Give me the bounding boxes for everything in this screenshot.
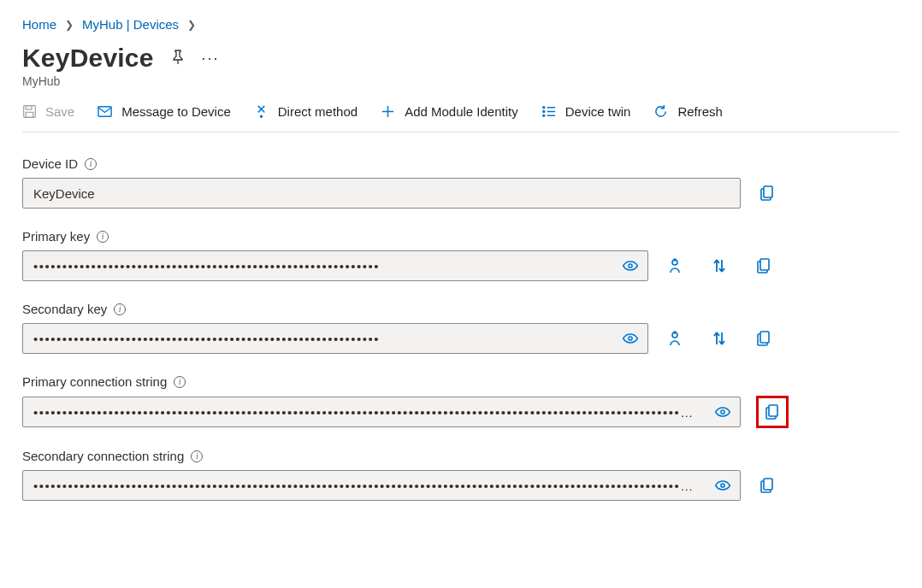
secondary-conn-label: Secondary connection string [22,449,184,463]
svg-point-19 [629,337,632,340]
refresh-label: Refresh [677,104,723,119]
info-icon[interactable]: i [114,303,126,315]
secondary-conn-input-wrap [22,470,741,501]
svg-rect-18 [760,259,769,270]
reveal-icon[interactable] [706,403,740,420]
twin-label: Device twin [565,104,631,119]
copy-icon[interactable] [753,255,775,277]
svg-point-8 [543,107,545,109]
device-id-label: Device ID [22,156,78,171]
svg-point-17 [674,259,676,261]
info-icon[interactable]: i [97,231,109,243]
device-id-field: Device ID i [22,156,900,209]
secondary-conn-input[interactable] [23,471,706,500]
regenerate-icon[interactable] [664,255,686,277]
reveal-icon[interactable] [706,477,740,494]
svg-rect-4 [98,107,111,116]
svg-point-15 [629,264,632,268]
chevron-right-icon: ❯ [65,19,74,31]
reveal-icon[interactable] [613,257,647,274]
svg-rect-24 [769,405,777,416]
reveal-icon[interactable] [613,330,647,347]
primary-key-input[interactable] [23,251,613,280]
svg-point-23 [721,410,724,414]
message-to-device-button[interactable]: Message to Device [97,103,231,120]
toolbar: Save Message to Device Direct method Add… [22,103,900,132]
info-icon[interactable]: i [191,450,203,462]
info-icon[interactable]: i [174,376,186,388]
primary-conn-label: Primary connection string [22,374,167,389]
refresh-button[interactable]: Refresh [653,103,723,120]
svg-point-25 [721,484,724,487]
page-title: KeyDevice [22,44,154,73]
direct-method-button[interactable]: Direct method [253,103,358,120]
secondary-key-field: Secondary key i [22,302,900,354]
svg-rect-22 [760,332,769,343]
device-twin-button[interactable]: Device twin [541,103,631,120]
direct-label: Direct method [278,104,358,119]
device-id-input-wrap [22,178,741,209]
highlighted-copy-target [756,396,789,428]
svg-rect-26 [764,479,772,490]
save-label: Save [45,104,74,119]
primary-key-input-wrap [22,250,648,281]
addmodule-label: Add Module Identity [405,104,518,119]
regenerate-icon[interactable] [664,327,686,350]
add-module-identity-button[interactable]: Add Module Identity [380,103,518,120]
breadcrumb-home[interactable]: Home [22,17,56,32]
primary-key-label: Primary key [22,229,90,244]
secondary-connection-string-field: Secondary connection string i [22,449,900,501]
svg-rect-2 [26,106,32,109]
secondary-key-input[interactable] [23,324,613,353]
breadcrumb-hub-devices[interactable]: MyHub | Devices [82,17,179,32]
copy-icon[interactable] [753,327,775,350]
primary-connection-string-field: Primary connection string i [22,374,900,428]
svg-rect-14 [764,186,772,197]
svg-point-12 [543,115,545,116]
secondary-key-label: Secondary key [22,302,107,316]
secondary-key-input-wrap [22,323,648,354]
page-subtitle: MyHub [22,74,900,88]
primary-conn-input-wrap [22,397,741,427]
copy-icon[interactable] [761,401,783,423]
save-button: Save [22,104,74,119]
copy-icon[interactable] [756,182,778,204]
chevron-right-icon: ❯ [187,19,196,31]
copy-icon[interactable] [756,474,778,497]
swap-icon[interactable] [708,255,730,277]
svg-point-21 [674,332,676,333]
primary-key-field: Primary key i [22,229,900,281]
swap-icon[interactable] [708,327,730,350]
info-icon[interactable]: i [85,158,97,170]
svg-point-5 [260,115,262,117]
message-label: Message to Device [121,104,231,119]
svg-rect-3 [26,112,33,117]
svg-point-10 [543,111,545,113]
pin-icon[interactable] [169,49,186,68]
device-id-input[interactable] [23,179,740,208]
breadcrumb: Home ❯ MyHub | Devices ❯ [22,17,900,32]
title-row: KeyDevice ··· [22,44,900,73]
primary-conn-input[interactable] [23,397,706,426]
more-icon[interactable]: ··· [202,50,220,68]
